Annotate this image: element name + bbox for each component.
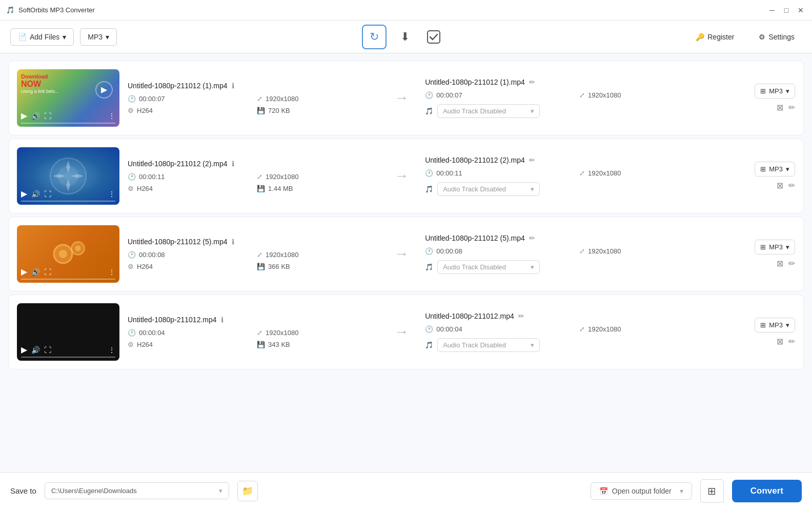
volume-icon-4[interactable]: 🔊 bbox=[31, 346, 40, 354]
edit-icon-3[interactable]: ✏ bbox=[529, 234, 535, 242]
play-button-2[interactable]: ▶ bbox=[21, 189, 27, 199]
toolbar-left: 📄 Add Files ▾ MP3 ▾ bbox=[10, 28, 117, 46]
volume-icon-3[interactable]: 🔊 bbox=[31, 268, 40, 276]
maximize-button[interactable]: □ bbox=[781, 5, 791, 15]
format-selector-3[interactable]: ⊞ MP3 ▾ bbox=[755, 240, 795, 254]
source-meta-2: 🕐 00:00:11 ⤢ 1920x1080 ⚙ H264 💾 1.44 MB bbox=[128, 173, 378, 192]
register-button[interactable]: 🔑 Register bbox=[688, 29, 741, 45]
source-duration-4: 🕐 00:00:04 bbox=[128, 329, 249, 337]
source-size-4: 💾 343 KB bbox=[257, 341, 378, 348]
resize-icon-1: ⤢ bbox=[257, 95, 262, 103]
format-selector-button[interactable]: MP3 ▾ bbox=[80, 28, 117, 46]
audio-row-3: 🎵 Audio Track Disabled ▾ bbox=[425, 260, 725, 274]
expand-icon-1[interactable]: ⛶ bbox=[44, 112, 51, 120]
play-button-3[interactable]: ▶ bbox=[21, 267, 27, 277]
output-filename-1: Untitled-1080p-211012 (1).mp4 bbox=[425, 78, 525, 86]
download-button[interactable]: ⬇ bbox=[395, 27, 415, 47]
source-codec-2: ⚙ H264 bbox=[128, 185, 249, 192]
crop-icon-3[interactable]: ⊠ bbox=[777, 259, 783, 268]
volume-icon-2[interactable]: 🔊 bbox=[31, 190, 40, 198]
edit-output-icon-3[interactable]: ✏ bbox=[788, 259, 795, 268]
format-selector-4[interactable]: ⊞ MP3 ▾ bbox=[755, 318, 795, 332]
audio-icon-4: 🎵 bbox=[425, 341, 433, 349]
file-list: Download NOW Using a link belo... ▶ ▶ 🔊 … bbox=[0, 53, 812, 472]
convert-button[interactable]: Convert bbox=[732, 480, 802, 502]
output-meta-4: 🕐 00:00:04 ⤢ 1920x1080 🎵 Audio Track Dis… bbox=[425, 325, 725, 352]
grid-view-button[interactable]: ⊞ bbox=[700, 479, 724, 503]
check-button[interactable] bbox=[423, 27, 444, 47]
format-grid-icon-4: ⊞ bbox=[760, 321, 766, 329]
expand-icon-2[interactable]: ⛶ bbox=[44, 190, 51, 198]
minimize-button[interactable]: ─ bbox=[767, 5, 777, 15]
output-info-1: Untitled-1080p-211012 (1).mp4 ✏ 🕐 00:00:… bbox=[425, 78, 725, 118]
format-caret-icon-2: ▾ bbox=[786, 165, 789, 173]
format-col-3: ⊞ MP3 ▾ ⊠ ✏ bbox=[734, 240, 795, 268]
format-value-2: MP3 bbox=[769, 165, 783, 173]
open-output-button[interactable]: 📅 Open output folder ▾ bbox=[591, 482, 692, 500]
audio-track-selector-1[interactable]: Audio Track Disabled ▾ bbox=[437, 104, 540, 118]
save-path-value: C:\Users\Eugene\Downloads bbox=[51, 487, 137, 495]
audio-track-selector-2[interactable]: Audio Track Disabled ▾ bbox=[437, 182, 540, 196]
source-filename-3: Untitled-1080p-211012 (5).mp4 bbox=[128, 238, 228, 246]
refresh-button[interactable]: ↻ bbox=[362, 25, 387, 49]
edit-icon-2[interactable]: ✏ bbox=[529, 156, 535, 164]
info-icon-4[interactable]: ℹ bbox=[221, 316, 224, 324]
format-selector-2[interactable]: ⊞ MP3 ▾ bbox=[755, 162, 795, 177]
register-label: Register bbox=[707, 33, 734, 41]
edit-icon-1[interactable]: ✏ bbox=[529, 78, 535, 86]
clock-icon-1: 🕐 bbox=[128, 95, 136, 103]
refresh-icon: ↻ bbox=[370, 30, 379, 44]
info-icon-3[interactable]: ℹ bbox=[232, 238, 234, 246]
more-icon-1[interactable]: ⋮ bbox=[108, 112, 115, 120]
settings-label: Settings bbox=[768, 33, 795, 41]
browse-folder-button[interactable]: 📁 bbox=[237, 481, 258, 501]
output-name-row-4: Untitled-1080p-211012.mp4 ✏ bbox=[425, 312, 725, 320]
output-duration-2: 🕐 00:00:11 bbox=[425, 169, 571, 177]
output-filename-4: Untitled-1080p-211012.mp4 bbox=[425, 312, 514, 320]
expand-icon-3[interactable]: ⛶ bbox=[44, 268, 51, 276]
source-duration-2: 🕐 00:00:11 bbox=[128, 173, 249, 181]
edit-output-icon-1[interactable]: ✏ bbox=[788, 103, 795, 112]
volume-icon-1[interactable]: 🔊 bbox=[31, 112, 40, 120]
audio-track-selector-4[interactable]: Audio Track Disabled ▾ bbox=[437, 338, 540, 352]
clock-icon-3: 🕐 bbox=[128, 251, 136, 259]
expand-icon-4[interactable]: ⛶ bbox=[44, 346, 51, 354]
add-files-button[interactable]: 📄 Add Files ▾ bbox=[10, 28, 74, 46]
play-button-1[interactable]: ▶ bbox=[21, 111, 27, 121]
source-resolution-1: ⤢ 1920x1080 bbox=[257, 95, 378, 103]
source-duration-1: 🕐 00:00:07 bbox=[128, 95, 249, 103]
audio-caret-icon-2: ▾ bbox=[531, 185, 534, 193]
audio-track-selector-3[interactable]: Audio Track Disabled ▾ bbox=[437, 260, 540, 274]
audio-caret-icon-1: ▾ bbox=[531, 107, 534, 115]
more-icon-4[interactable]: ⋮ bbox=[108, 346, 115, 354]
file-row: Download NOW Using a link belo... ▶ ▶ 🔊 … bbox=[8, 61, 804, 135]
codec-icon-1: ⚙ bbox=[128, 107, 134, 114]
thumbnail-4: ▶ 🔊 ⛶ ⋮ bbox=[17, 303, 119, 361]
crop-icon-2[interactable]: ⊠ bbox=[777, 181, 783, 190]
crop-icon-1[interactable]: ⊠ bbox=[777, 103, 783, 112]
crop-icon-4[interactable]: ⊠ bbox=[777, 337, 783, 346]
output-filename-3: Untitled-1080p-211012 (5).mp4 bbox=[425, 234, 525, 242]
output-duration-1: 🕐 00:00:07 bbox=[425, 91, 571, 99]
resize-icon-4: ⤢ bbox=[257, 329, 262, 337]
edit-icon-4[interactable]: ✏ bbox=[518, 312, 524, 320]
more-icon-3[interactable]: ⋮ bbox=[108, 268, 115, 276]
output-meta-1: 🕐 00:00:07 ⤢ 1920x1080 🎵 Audio Track Dis… bbox=[425, 91, 725, 118]
format-selector-1[interactable]: ⊞ MP3 ▾ bbox=[755, 84, 795, 99]
edit-output-icon-2[interactable]: ✏ bbox=[788, 181, 795, 190]
out-resize-icon-3: ⤢ bbox=[579, 247, 585, 255]
open-output-label: Open output folder bbox=[612, 487, 672, 495]
save-path-selector[interactable]: C:\Users\Eugene\Downloads ▾ bbox=[45, 482, 229, 499]
play-button-4[interactable]: ▶ bbox=[21, 345, 27, 355]
info-icon-2[interactable]: ℹ bbox=[232, 160, 234, 168]
info-icon-1[interactable]: ℹ bbox=[232, 82, 234, 90]
more-icon-2[interactable]: ⋮ bbox=[108, 190, 115, 198]
check-icon bbox=[427, 30, 441, 44]
close-button[interactable]: ✕ bbox=[796, 5, 806, 15]
output-name-row-3: Untitled-1080p-211012 (5).mp4 ✏ bbox=[425, 234, 725, 242]
edit-output-icon-4[interactable]: ✏ bbox=[788, 337, 795, 346]
output-duration-4: 🕐 00:00:04 bbox=[425, 325, 571, 333]
settings-button[interactable]: ⚙ Settings bbox=[752, 29, 802, 45]
source-duration-3: 🕐 00:00:08 bbox=[128, 251, 249, 259]
format-label: MP3 bbox=[88, 33, 103, 41]
